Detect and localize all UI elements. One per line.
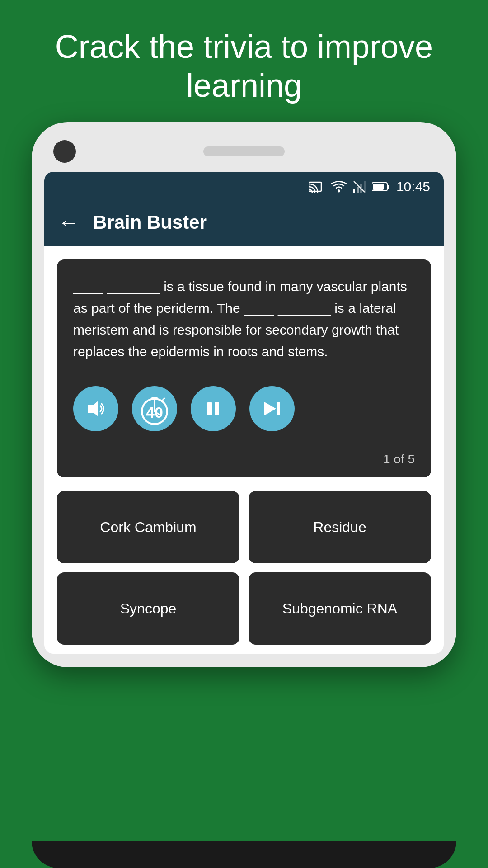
svg-rect-9 bbox=[373, 184, 384, 190]
svg-marker-19 bbox=[264, 402, 276, 415]
pause-icon bbox=[202, 397, 225, 420]
timer-button[interactable]: 40 bbox=[132, 386, 177, 431]
answer-button-syncope[interactable]: Syncope bbox=[57, 572, 239, 645]
answer-label-2: Residue bbox=[313, 519, 366, 536]
svg-rect-20 bbox=[277, 402, 280, 415]
skip-button[interactable] bbox=[249, 386, 295, 431]
phone-top-decorations bbox=[44, 136, 444, 172]
answers-grid: Cork Cambium Residue Syncope Subgenomic … bbox=[57, 491, 431, 645]
answer-button-subgenomic[interactable]: Subgenomic RNA bbox=[249, 572, 431, 645]
question-counter: 1 of 5 bbox=[383, 452, 415, 466]
skip-icon bbox=[261, 397, 283, 420]
phone-screen: 10:45 ← Brain Buster ____ _______ is a t… bbox=[44, 172, 444, 654]
phone-frame: 10:45 ← Brain Buster ____ _______ is a t… bbox=[32, 122, 456, 667]
svg-line-6 bbox=[354, 181, 365, 192]
svg-rect-17 bbox=[207, 402, 212, 415]
answer-label-1: Cork Cambium bbox=[100, 519, 196, 536]
app-bar: ← Brain Buster bbox=[44, 202, 444, 246]
pause-button[interactable] bbox=[191, 386, 236, 431]
status-bar: 10:45 bbox=[44, 172, 444, 202]
answer-label-4: Subgenomic RNA bbox=[282, 600, 397, 617]
question-text: ____ _______ is a tissue found in many v… bbox=[57, 259, 431, 377]
phone-camera bbox=[53, 140, 76, 163]
back-button[interactable]: ← bbox=[58, 212, 80, 233]
timer-value: 40 bbox=[132, 404, 177, 421]
wifi-icon bbox=[331, 180, 347, 193]
question-content: ____ _______ is a tissue found in many v… bbox=[73, 279, 407, 359]
question-card: ____ _______ is a tissue found in many v… bbox=[57, 259, 431, 477]
svg-rect-18 bbox=[215, 402, 219, 415]
cast-icon bbox=[309, 180, 325, 193]
answer-button-residue[interactable]: Residue bbox=[249, 491, 431, 563]
phone-bottom-bar bbox=[32, 841, 456, 868]
status-time: 10:45 bbox=[396, 179, 430, 194]
svg-point-1 bbox=[338, 190, 340, 193]
app-bar-title: Brain Buster bbox=[93, 212, 207, 233]
phone-speaker bbox=[203, 146, 285, 156]
svg-rect-3 bbox=[357, 187, 359, 193]
status-icons: 10:45 bbox=[309, 179, 430, 194]
sound-button[interactable] bbox=[73, 386, 118, 431]
controls-row: 40 bbox=[57, 377, 431, 445]
headline: Crack the trivia to improve learning bbox=[0, 27, 488, 105]
svg-marker-10 bbox=[88, 401, 98, 416]
battery-icon bbox=[372, 182, 390, 192]
answer-label-3: Syncope bbox=[120, 600, 177, 617]
svg-line-14 bbox=[162, 398, 164, 401]
svg-rect-8 bbox=[387, 185, 389, 189]
signal-icon bbox=[353, 180, 366, 193]
counter-row: 1 of 5 bbox=[57, 445, 431, 477]
volume-icon bbox=[84, 397, 107, 420]
answer-button-cork-cambium[interactable]: Cork Cambium bbox=[57, 491, 239, 563]
svg-rect-2 bbox=[353, 189, 355, 193]
